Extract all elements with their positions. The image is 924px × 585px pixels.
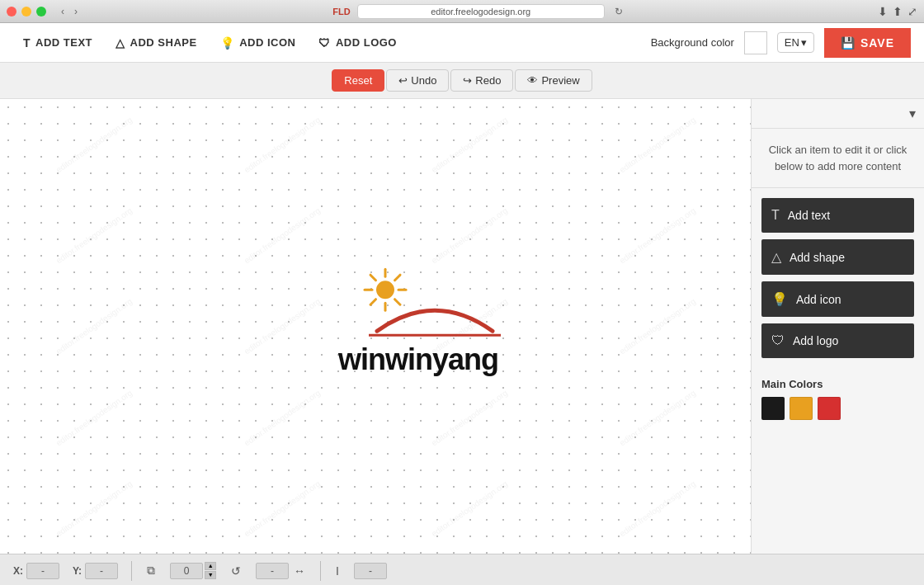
- titlebar-right: ⬇ ⬆ ⤢: [878, 5, 917, 18]
- panel-logo-icon: 🛡: [771, 333, 785, 348]
- panel-add-text-label: Add text: [788, 209, 830, 222]
- chevron-down-icon: ▾: [801, 36, 807, 49]
- watermark-text: editor.freelogodesign.org: [554, 235, 751, 418]
- forward-button[interactable]: ›: [71, 4, 81, 19]
- redo-icon: ↪: [463, 74, 472, 87]
- expand-icon[interactable]: ⤢: [908, 5, 917, 18]
- panel-actions: T Add text △ Add shape 💡 Add icon 🛡 Add …: [752, 188, 924, 368]
- panel-text-icon: T: [771, 208, 780, 223]
- panel-add-logo-label: Add logo: [793, 334, 838, 347]
- color-swatch-black[interactable]: [761, 397, 785, 420]
- back-button[interactable]: ‹: [58, 4, 68, 19]
- watermark-text: editor.freelogodesign.org: [0, 418, 197, 554]
- action-bar: Reset ↩ Undo ↪ Redo 👁 Preview: [0, 63, 924, 99]
- maximize-button[interactable]: [36, 7, 46, 17]
- rotate-input[interactable]: [170, 563, 203, 579]
- preview-button[interactable]: 👁 Preview: [515, 69, 592, 92]
- x-coordinate: X:: [13, 563, 59, 579]
- panel-add-icon-button[interactable]: 💡 Add icon: [761, 281, 914, 317]
- panel-hint: Click an item to edit it or click below …: [752, 129, 924, 188]
- separator-1: [131, 561, 132, 581]
- undo-label: Undo: [411, 74, 436, 87]
- icon-icon: 💡: [220, 36, 235, 50]
- toolbar-right: Background color EN ▾ 💾 SAVE: [651, 28, 911, 58]
- scale-control: ↔: [256, 563, 307, 579]
- flip-button[interactable]: ↔: [292, 563, 307, 579]
- rotate-control: ▲ ▼: [170, 562, 216, 579]
- logo-content[interactable]: winwinyang: [311, 265, 526, 377]
- scale-input[interactable]: [256, 563, 289, 579]
- site-logo: FLD: [332, 7, 350, 17]
- watermark-text: editor.freelogodesign.org: [178, 99, 384, 235]
- rotate-down-button[interactable]: ▼: [205, 571, 216, 579]
- undo-button[interactable]: ↩ Undo: [386, 69, 449, 92]
- rotate-up-button[interactable]: ▲: [205, 562, 216, 570]
- bottom-bar: X: Y: ⧉ ▲ ▼ ↺ ↔ I: [0, 554, 924, 585]
- watermark-text: editor.freelogodesign.org: [554, 99, 751, 235]
- panel-dropdown-button[interactable]: ▾: [909, 106, 916, 121]
- bg-color-swatch[interactable]: [744, 31, 767, 54]
- share-icon[interactable]: ⬆: [893, 5, 903, 18]
- add-text-button[interactable]: T ADD TEXT: [13, 30, 102, 56]
- canvas-background: editor.freelogodesign.org editor.freelog…: [0, 99, 751, 554]
- color-swatch-red[interactable]: [818, 397, 841, 420]
- width-input[interactable]: [354, 563, 387, 579]
- canvas-area[interactable]: editor.freelogodesign.org editor.freelog…: [0, 99, 751, 554]
- y-label: Y:: [73, 565, 82, 577]
- panel-add-shape-button[interactable]: △ Add shape: [761, 239, 914, 275]
- watermark-text: editor.freelogodesign.org: [178, 418, 384, 554]
- separator-2: [320, 561, 321, 581]
- arch-svg: [344, 298, 526, 339]
- copy-button[interactable]: ⧉: [145, 562, 157, 579]
- reload-button[interactable]: ↻: [611, 4, 626, 19]
- y-input[interactable]: [85, 563, 118, 579]
- add-text-label: ADD TEXT: [35, 36, 92, 49]
- watermark-text: editor.freelogodesign.org: [554, 326, 751, 508]
- shape-icon: △: [116, 36, 125, 50]
- x-label: X:: [13, 565, 23, 577]
- add-icon-label: ADD ICON: [239, 36, 295, 49]
- panel-add-logo-button[interactable]: 🛡 Add logo: [761, 323, 914, 358]
- save-button[interactable]: 💾 SAVE: [824, 28, 911, 58]
- add-icon-button[interactable]: 💡 ADD ICON: [210, 30, 306, 56]
- resize-icon[interactable]: I: [334, 563, 341, 579]
- width-control: [354, 563, 387, 579]
- bg-color-label: Background color: [651, 36, 734, 49]
- x-input[interactable]: [26, 563, 59, 579]
- redo-label: Redo: [475, 74, 501, 87]
- panel-shape-icon: △: [771, 249, 781, 265]
- lang-label: EN: [785, 36, 799, 49]
- reset-rotation-button[interactable]: ↺: [229, 563, 243, 579]
- main-toolbar: T ADD TEXT △ ADD SHAPE 💡 ADD ICON 🛡 ADD …: [0, 23, 924, 63]
- panel-add-icon-label: Add icon: [796, 293, 841, 306]
- color-swatch-orange[interactable]: [790, 397, 813, 420]
- titlebar: ‹ › FLD editor.freelogodesign.org ↻ ⬇ ⬆ …: [0, 0, 924, 23]
- logo-icon: 🛡: [318, 36, 331, 50]
- watermark-text: editor.freelogodesign.org: [554, 418, 751, 554]
- url-bar[interactable]: editor.freelogodesign.org: [357, 4, 605, 19]
- panel-dropdown: ▾: [752, 99, 924, 129]
- save-icon: 💾: [841, 36, 856, 50]
- arch-element[interactable]: [344, 298, 526, 339]
- rotate-spinner: ▲ ▼: [205, 562, 216, 579]
- panel-add-text-button[interactable]: T Add text: [761, 198, 914, 233]
- right-panel: ▾ Click an item to edit it or click belo…: [751, 99, 924, 554]
- add-shape-button[interactable]: △ ADD SHAPE: [106, 30, 207, 56]
- y-coordinate: Y:: [73, 563, 118, 579]
- language-button[interactable]: EN ▾: [777, 32, 814, 53]
- undo-icon: ↩: [398, 74, 408, 87]
- text-icon: T: [23, 36, 31, 50]
- titlebar-center: FLD editor.freelogodesign.org ↻: [86, 4, 873, 19]
- watermark-text: editor.freelogodesign.org: [0, 99, 197, 235]
- reset-button[interactable]: Reset: [332, 69, 384, 92]
- minimize-button[interactable]: [21, 7, 31, 17]
- main-layout: editor.freelogodesign.org editor.freelog…: [0, 99, 924, 554]
- close-button[interactable]: [7, 7, 16, 17]
- download-icon[interactable]: ⬇: [878, 5, 888, 18]
- save-label: SAVE: [860, 36, 894, 50]
- add-logo-button[interactable]: 🛡 ADD LOGO: [309, 30, 407, 56]
- redo-button[interactable]: ↪ Redo: [450, 69, 513, 92]
- watermark-text: editor.freelogodesign.org: [366, 99, 573, 235]
- colors-row: [761, 397, 914, 420]
- logo-text[interactable]: winwinyang: [338, 342, 498, 377]
